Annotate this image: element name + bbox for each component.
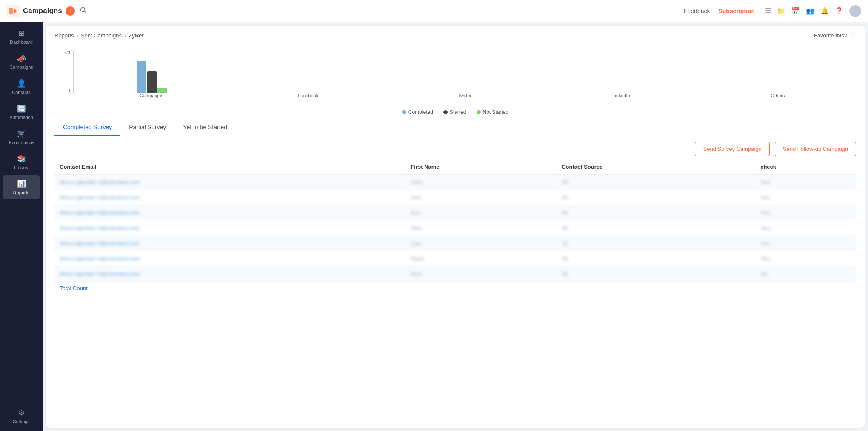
tab-completed-label: Completed Survey bbox=[63, 124, 112, 130]
table-header: Contact Email First Name Contact Source … bbox=[54, 159, 856, 175]
total-count-link[interactable]: Total Count bbox=[54, 282, 856, 295]
x-label-linkedin: LinkedIn bbox=[543, 93, 700, 98]
team-icon[interactable]: 👥 bbox=[806, 7, 814, 15]
dashboard-icon: ⊞ bbox=[18, 29, 24, 38]
name-cell: Elsa bbox=[405, 267, 557, 282]
sidebar-item-ecommerce[interactable]: 🛒 Ecommerce bbox=[3, 125, 40, 149]
table-row: dhruv.rajendar+4@zohotest.comLisa,15,Yes… bbox=[54, 236, 856, 251]
sidebar-item-reports-label: Reports bbox=[13, 190, 30, 195]
table-row: dhruv.rajendar+4@zohotest.comTom,55,Yes, bbox=[54, 221, 856, 236]
source-cell: 55, bbox=[557, 221, 755, 236]
subscription-link[interactable]: Subscription bbox=[718, 8, 755, 14]
table-container: Contact Email First Name Contact Source … bbox=[46, 159, 865, 303]
app-name: Campaigns bbox=[23, 7, 62, 15]
search-icon[interactable] bbox=[80, 7, 87, 15]
avatar[interactable] bbox=[849, 5, 861, 17]
sidebar-item-contacts-label: Contacts bbox=[12, 90, 30, 95]
legend-started: Started bbox=[443, 109, 466, 115]
chart-group-campaigns bbox=[74, 61, 230, 93]
help-icon[interactable]: ❓ bbox=[835, 7, 843, 15]
add-button[interactable]: + bbox=[66, 6, 75, 16]
table-row: dhruv.rajendar+4@zohotest.comRyan,25,Yes… bbox=[54, 251, 856, 267]
tab-yet-to-start[interactable]: Yet to be Started bbox=[174, 119, 236, 136]
sidebar-item-campaigns[interactable]: 📣 Campaigns bbox=[3, 50, 40, 74]
name-cell: Ryan, bbox=[405, 251, 557, 267]
check-cell: Yes, bbox=[755, 236, 856, 251]
email-cell: dhruv.rajendar+4@zohotest.com bbox=[54, 190, 405, 205]
calendar-icon[interactable]: 📅 bbox=[791, 7, 800, 15]
svg-line-2 bbox=[84, 11, 86, 13]
reports-icon: 📊 bbox=[17, 179, 26, 188]
email-cell: dhruv.rajendar+4@zohotest.com bbox=[54, 236, 405, 251]
x-label-others: Others bbox=[700, 93, 856, 98]
breadcrumb-sep1: › bbox=[77, 32, 78, 39]
folder-icon[interactable]: 📁 bbox=[777, 7, 785, 15]
name-cell: Ann, bbox=[405, 190, 557, 205]
source-cell: 25, bbox=[557, 175, 755, 190]
send-followup-campaign-button[interactable]: Send Follow-up Campaign bbox=[775, 142, 856, 156]
feedback-link[interactable]: Feedback bbox=[684, 8, 710, 14]
sidebar-item-ecommerce-label: Ecommerce bbox=[9, 140, 34, 145]
sidebar-item-reports[interactable]: 📊 Reports bbox=[3, 175, 40, 199]
list-icon[interactable]: ☰ bbox=[765, 7, 771, 15]
main-layout: ⊞ Dashboard 📣 Campaigns 👤 Contacts 🔄 Aut… bbox=[0, 22, 868, 431]
y-label-500: 500 bbox=[64, 51, 71, 55]
legend-completed-label: Completed bbox=[408, 109, 433, 115]
chart-groups bbox=[74, 61, 856, 93]
breadcrumb-reports[interactable]: Reports bbox=[54, 32, 74, 39]
tab-completed-survey[interactable]: Completed Survey bbox=[54, 119, 120, 136]
source-cell: 25, bbox=[557, 251, 755, 267]
send-survey-campaign-button[interactable]: Send Survey Campaign bbox=[695, 142, 769, 156]
contacts-icon: 👤 bbox=[17, 79, 26, 88]
sidebar-item-automation-label: Automation bbox=[9, 115, 33, 120]
breadcrumb-sent-campaigns[interactable]: Sent Campaigns bbox=[81, 32, 122, 39]
check-cell: No, bbox=[755, 267, 856, 282]
automation-icon: 🔄 bbox=[17, 104, 26, 113]
sidebar-item-campaigns-label: Campaigns bbox=[9, 65, 33, 70]
bar-campaigns-started bbox=[147, 71, 157, 93]
tab-yet-label: Yet to be Started bbox=[183, 124, 227, 130]
legend-not-started-label: Not Started bbox=[483, 109, 509, 115]
bell-icon[interactable]: 🔔 bbox=[820, 7, 829, 15]
library-icon: 📚 bbox=[17, 154, 26, 163]
table-row: dhruv.rajendar+4@zohotest.comAnn,40,Yes, bbox=[54, 190, 856, 205]
check-cell: Yes, bbox=[755, 205, 856, 221]
favorite-area[interactable]: Favorite this? ♡ bbox=[814, 31, 856, 40]
check-cell: Yes, bbox=[755, 175, 856, 190]
col-source: Contact Source bbox=[557, 159, 755, 175]
settings-icon: ⚙ bbox=[18, 408, 25, 417]
chart-body bbox=[73, 51, 856, 93]
legend-completed: Completed bbox=[402, 109, 433, 115]
email-cell: dhruv.rajendar+1@zohotest.com bbox=[54, 175, 405, 190]
table-body: dhruv.rajendar+1@zohotest.comJohn,25,Yes… bbox=[54, 175, 856, 282]
name-cell: Eric, bbox=[405, 205, 557, 221]
sidebar-item-library[interactable]: 📚 Library bbox=[3, 150, 40, 174]
legend-started-label: Started bbox=[450, 109, 466, 115]
name-cell: Tom, bbox=[405, 221, 557, 236]
table-row: dhruv.rajendar+6@zohotest.comEric,35,Yes… bbox=[54, 205, 856, 221]
chart-area: 500 0 bbox=[46, 45, 865, 119]
x-label-twitter: Twitter bbox=[386, 93, 543, 98]
campaigns-icon: 📣 bbox=[17, 54, 26, 63]
sidebar-item-dashboard[interactable]: ⊞ Dashboard bbox=[3, 25, 40, 49]
tab-partial-survey[interactable]: Partial Survey bbox=[120, 119, 174, 136]
sidebar-item-settings[interactable]: ⚙ Settings bbox=[3, 404, 40, 428]
source-cell: 35, bbox=[557, 205, 755, 221]
email-cell: dhruv.rajendar+4@zohotest.com bbox=[54, 221, 405, 236]
col-firstname: First Name bbox=[405, 159, 557, 175]
bar-campaigns-notstarted bbox=[157, 88, 167, 93]
col-email: Contact Email bbox=[54, 159, 405, 175]
tabs-row: Completed Survey Partial Survey Yet to b… bbox=[46, 119, 865, 136]
ecommerce-icon: 🛒 bbox=[17, 129, 26, 138]
heart-icon: ♡ bbox=[849, 31, 856, 40]
check-cell: Yes, bbox=[755, 190, 856, 205]
chart-wrapper: 500 0 bbox=[54, 51, 856, 106]
contacts-table: Contact Email First Name Contact Source … bbox=[54, 159, 856, 282]
sidebar-item-contacts[interactable]: 👤 Contacts bbox=[3, 75, 40, 99]
sidebar-item-automation[interactable]: 🔄 Automation bbox=[3, 100, 40, 124]
breadcrumb-current: Zylker bbox=[128, 32, 143, 39]
svg-rect-0 bbox=[7, 5, 20, 17]
name-cell: John, bbox=[405, 175, 557, 190]
table-row: dhruv.rajendar+4@zohotest.comElsa30,No, bbox=[54, 267, 856, 282]
breadcrumb: Reports › Sent Campaigns › Zylker Favori… bbox=[46, 26, 865, 45]
